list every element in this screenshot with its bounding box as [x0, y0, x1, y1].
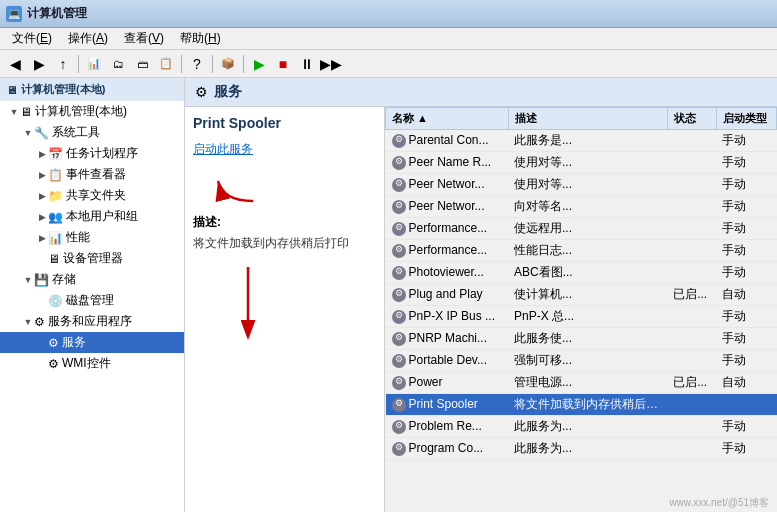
svc-name: ⚙Peer Networ...: [386, 174, 509, 196]
table-row[interactable]: ⚙Peer Networ...使用对等...手动: [386, 174, 777, 196]
pause-button[interactable]: ⏸: [296, 53, 318, 75]
tree-item-icon: ⚙: [34, 315, 45, 329]
sidebar-item-0[interactable]: 🖥计算机管理(本地): [0, 101, 184, 122]
export-button[interactable]: 📦: [217, 53, 239, 75]
arrow-down-graphic: [233, 262, 293, 342]
table-row[interactable]: ⚙PNRP Machi...此服务使...手动: [386, 328, 777, 350]
menu-view[interactable]: 查看(V): [116, 28, 172, 49]
main-container: 🖥 计算机管理(本地) 🖥计算机管理(本地)🔧系统工具📅任务计划程序📋事件查看器…: [0, 78, 777, 512]
sidebar-item-5[interactable]: 👥本地用户和组: [0, 206, 184, 227]
svc-desc: ABC看图...: [508, 262, 667, 284]
sidebar-item-10[interactable]: ⚙服务和应用程序: [0, 311, 184, 332]
svc-starttype: 手动: [716, 328, 777, 350]
sidebar-item-11[interactable]: ⚙服务: [0, 332, 184, 353]
menu-file[interactable]: 文件(E): [4, 28, 60, 49]
toolbar-sep-2: [181, 55, 182, 73]
tree-item-icon: ⚙: [48, 336, 59, 350]
svc-status: [667, 438, 716, 460]
table-row[interactable]: ⚙Power管理电源...已启...自动: [386, 372, 777, 394]
menu-help[interactable]: 帮助(H): [172, 28, 229, 49]
sidebar-item-6[interactable]: 📊性能: [0, 227, 184, 248]
stop-button[interactable]: ■: [272, 53, 294, 75]
svc-desc: 强制可移...: [508, 350, 667, 372]
sidebar-item-12[interactable]: ⚙WMI控件: [0, 353, 184, 374]
menu-bar: 文件(E) 操作(A) 查看(V) 帮助(H): [0, 28, 777, 50]
table-row[interactable]: ⚙Peer Networ...向对等名...手动: [386, 196, 777, 218]
col-header-status[interactable]: 状态: [667, 108, 716, 130]
table-row[interactable]: ⚙Problem Re...此服务为...手动: [386, 416, 777, 438]
toolbar-sep-4: [243, 55, 244, 73]
svc-status: [667, 218, 716, 240]
table-row[interactable]: ⚙Performance...性能日志...手动: [386, 240, 777, 262]
play-button[interactable]: ▶: [248, 53, 270, 75]
svc-status: [667, 152, 716, 174]
svc-starttype: [716, 394, 777, 416]
table-row[interactable]: ⚙Photoviewer...ABC看图...手动: [386, 262, 777, 284]
svc-name: ⚙Program Co...: [386, 438, 509, 460]
table-row[interactable]: ⚙PnP-X IP Bus ...PnP-X 总...手动: [386, 306, 777, 328]
svc-status: [667, 394, 716, 416]
services-panel[interactable]: 名称 ▲ 描述 状态 启动类型 ⚙Parental Con...此服务是...手…: [385, 107, 777, 512]
tree-arrow-open: [22, 127, 34, 139]
svc-desc: 使远程用...: [508, 218, 667, 240]
desc-label: 描述:: [193, 214, 376, 231]
sidebar-item-7[interactable]: 🖥设备管理器: [0, 248, 184, 269]
svc-starttype: 手动: [716, 174, 777, 196]
svc-starttype: 手动: [716, 416, 777, 438]
svc-desc: 将文件加载到内存供稍后打印: [508, 394, 667, 416]
sidebar-item-2[interactable]: 📅任务计划程序: [0, 143, 184, 164]
svc-status: [667, 240, 716, 262]
forward-button[interactable]: ▶: [28, 53, 50, 75]
table-row[interactable]: ⚙Parental Con...此服务是...手动: [386, 130, 777, 152]
sidebar-item-1[interactable]: 🔧系统工具: [0, 122, 184, 143]
help-button[interactable]: ?: [186, 53, 208, 75]
show-hide-button[interactable]: 📊: [83, 53, 105, 75]
tree-item-label: 任务计划程序: [66, 145, 138, 162]
svc-status: [667, 350, 716, 372]
table-row[interactable]: ⚙Program Co...此服务为...手动: [386, 438, 777, 460]
table-row[interactable]: ⚙Plug and Play使计算机...已启...自动: [386, 284, 777, 306]
col-header-starttype[interactable]: 启动类型: [716, 108, 777, 130]
tree-item-label: 事件查看器: [66, 166, 126, 183]
tree-item-label: 共享文件夹: [66, 187, 126, 204]
svc-name: ⚙PnP-X IP Bus ...: [386, 306, 509, 328]
sidebar-item-8[interactable]: 💾存储: [0, 269, 184, 290]
svc-starttype: 自动: [716, 372, 777, 394]
svc-name: ⚙PNRP Machi...: [386, 328, 509, 350]
svc-starttype: 手动: [716, 130, 777, 152]
tree-item-icon: 📅: [48, 147, 63, 161]
table-row[interactable]: ⚙Portable Dev...强制可移...手动: [386, 350, 777, 372]
table-row[interactable]: ⚙Performance...使远程用...手动: [386, 218, 777, 240]
toolbar: ◀ ▶ ↑ 📊 🗂 🗃 📋 ? 📦 ▶ ■ ⏸ ▶▶: [0, 50, 777, 78]
svc-name: ⚙Performance...: [386, 240, 509, 262]
toolbar-btn-2[interactable]: 🗂: [107, 53, 129, 75]
svc-starttype: 手动: [716, 240, 777, 262]
toolbar-btn-3[interactable]: 🗃: [131, 53, 153, 75]
table-row[interactable]: ⚙Print Spooler将文件加载到内存供稍后打印: [386, 394, 777, 416]
toolbar-sep-1: [78, 55, 79, 73]
back-button[interactable]: ◀: [4, 53, 26, 75]
sidebar-item-4[interactable]: 📁共享文件夹: [0, 185, 184, 206]
col-header-name[interactable]: 名称 ▲: [386, 108, 509, 130]
tree-item-icon: 💾: [34, 273, 49, 287]
sidebar: 🖥 计算机管理(本地) 🖥计算机管理(本地)🔧系统工具📅任务计划程序📋事件查看器…: [0, 78, 185, 512]
menu-action[interactable]: 操作(A): [60, 28, 116, 49]
tree-arrow-closed: [36, 169, 48, 181]
svc-name: ⚙Peer Name R...: [386, 152, 509, 174]
sidebar-item-3[interactable]: 📋事件查看器: [0, 164, 184, 185]
svc-starttype: 手动: [716, 152, 777, 174]
arrow-right-graphic: [203, 166, 263, 206]
tree-item-icon: 📊: [48, 231, 63, 245]
table-row[interactable]: ⚙Peer Name R...使用对等...手动: [386, 152, 777, 174]
tree-item-icon: ⚙: [48, 357, 59, 371]
svc-starttype: 手动: [716, 438, 777, 460]
toolbar-btn-4[interactable]: 📋: [155, 53, 177, 75]
start-service-link[interactable]: 启动此服务: [193, 141, 376, 158]
tree-item-icon: 🖥: [20, 105, 32, 119]
restart-button[interactable]: ▶▶: [320, 53, 342, 75]
up-button[interactable]: ↑: [52, 53, 74, 75]
sidebar-header-label: 计算机管理(本地): [21, 82, 105, 97]
col-header-desc[interactable]: 描述: [508, 108, 667, 130]
sidebar-item-9[interactable]: 💿磁盘管理: [0, 290, 184, 311]
svc-desc: 管理电源...: [508, 372, 667, 394]
